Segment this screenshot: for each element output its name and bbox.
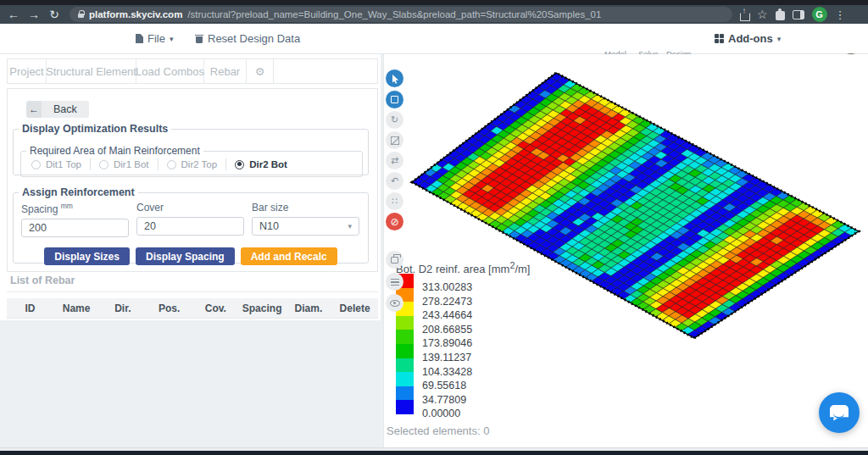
screen: ← → ↻ platform.skyciv.com/structural?pre… [0, 0, 868, 455]
tab-project[interactable]: Project [8, 59, 47, 83]
grid-points-tool-button[interactable]: ∷ [386, 192, 403, 210]
optimization-legend: Display Optimization Results [19, 123, 171, 135]
panel-tab-bar: Project Structural Element Load Combos R… [7, 58, 378, 84]
legend-value: 243.44664 [422, 309, 472, 321]
url-bar[interactable]: platform.skyciv.com/structural?preload_n… [70, 7, 732, 22]
file-menu[interactable]: File ▾ [136, 32, 173, 45]
legend-value: 69.55618 [422, 380, 466, 391]
assign-legend: Assign Reinforcement [19, 186, 138, 198]
tab-load-combos[interactable]: Load Combos [136, 59, 204, 83]
cover-label: Cover [136, 202, 244, 214]
list-of-rebar-title: List of Rebar [10, 275, 75, 286]
swap-tool-button[interactable]: ⇄ [386, 152, 403, 169]
browser-back-icon[interactable]: ← [3, 8, 24, 20]
radio-dir2-bot[interactable]: Dir2 Bot [235, 159, 287, 169]
bar-size-label: Bar size [252, 202, 359, 214]
side-panel-icon[interactable] [793, 10, 804, 19]
col-diam: Diam. [286, 302, 332, 314]
radio-icon [235, 160, 244, 169]
undo-icon: ↶ [391, 175, 398, 186]
divider [225, 158, 226, 170]
window-bottom-edge [0, 451, 868, 455]
legend-value: 34.77809 [422, 394, 466, 406]
browser-forward-icon[interactable]: → [24, 8, 44, 20]
assign-reinforcement-group: Assign Reinforcement Spacing mm Cover Ba… [13, 186, 369, 264]
col-cov: Cov. [192, 302, 239, 314]
share-icon[interactable]: ↑ [739, 9, 749, 20]
rotate-icon: ↻ [391, 114, 398, 125]
col-delete: Delete [331, 302, 378, 314]
spacing-input[interactable] [21, 219, 129, 237]
legend-value: 173.89046 [422, 337, 472, 349]
reset-label: Reset Design Data [208, 32, 300, 45]
display-spacing-button[interactable]: Display Spacing [136, 247, 235, 265]
section-cut-icon [391, 136, 399, 145]
legend-title: Bot. D2 reinf. area [mm2/m] [396, 260, 530, 275]
col-id: ID [7, 302, 53, 314]
list-icon [391, 279, 399, 286]
radio-icon [31, 160, 41, 169]
visibility-button[interactable] [386, 294, 403, 312]
swap-arrows-icon: ⇄ [391, 155, 398, 166]
radio-dit1-top[interactable]: Dit1 Top [31, 159, 81, 169]
legend-list-button[interactable] [386, 273, 403, 291]
addons-menu[interactable]: Add-ons ▾ [715, 32, 781, 45]
col-spacing: Spacing [239, 302, 286, 314]
selected-elements-status: Selected elements: 0 [387, 424, 489, 437]
extensions-icon[interactable] [776, 11, 785, 20]
divider [90, 158, 91, 170]
chat-bubble-button[interactable] [819, 392, 860, 433]
cover-input[interactable] [136, 217, 244, 236]
legend-value: 0.00000 [422, 408, 460, 419]
col-pos: Pos. [146, 302, 192, 314]
rotate-tool-button[interactable]: ↻ [386, 111, 403, 129]
back-button[interactable]: ← Back [26, 101, 89, 118]
required-area-group: Required Area of Main Reinforcement Dit1… [20, 145, 363, 177]
bookmark-star-icon[interactable]: ☆ [757, 8, 768, 20]
cursor-icon [391, 74, 399, 84]
clear-results-button[interactable]: ⊘ [386, 213, 403, 230]
url-host: platform.skyciv.com [89, 9, 182, 19]
lock-icon [78, 14, 84, 18]
display-sizes-button[interactable]: Display Sizes [44, 247, 130, 265]
section-cut-tool-button[interactable] [386, 131, 403, 149]
pointer-tool-button[interactable] [386, 69, 403, 87]
legend-value: 139.11237 [422, 352, 471, 363]
divider [158, 158, 159, 170]
rebar-table-header: ID Name Dir. Pos. Cov. Spacing Diam. Del… [7, 298, 378, 319]
tab-structural-element[interactable]: Structural Element [47, 59, 136, 83]
eye-icon [390, 300, 400, 307]
browser-reload-icon[interactable]: ↻ [44, 8, 64, 20]
chevron-down-icon: ▾ [777, 35, 782, 43]
radio-dir2-top[interactable]: Dir2 Top [167, 159, 218, 169]
box-select-tool-button[interactable] [386, 91, 403, 108]
browser-profile-avatar[interactable]: G [812, 7, 827, 22]
addons-grid-icon [715, 34, 724, 43]
grid-dots-icon: ∷ [392, 196, 398, 207]
url-path: /structural?preload_name=Building_One_Wa… [187, 9, 601, 19]
legend-value: 104.33428 [422, 366, 472, 378]
legend-value: 278.22473 [422, 296, 472, 308]
model-viewport[interactable]: ↻ ⇄ ↶ ∷ ⊘ Bot. D2 reinf. area [mm2/m] 31… [383, 54, 868, 447]
tab-rebar[interactable]: Rebar [204, 59, 247, 83]
addons-label: Add-ons [728, 32, 773, 45]
app-header: File ▾ Reset Design Data Model Solve Des… [0, 24, 868, 54]
file-label: File [147, 32, 165, 45]
back-arrow-icon: ← [26, 101, 42, 118]
browser-toolbar: ← → ↻ platform.skyciv.com/structural?pre… [0, 5, 868, 24]
no-entry-icon: ⊘ [390, 216, 398, 228]
browser-menu-icon[interactable]: ⋮ [835, 9, 846, 20]
tab-settings-gear-icon[interactable]: ⚙ [247, 59, 274, 83]
divider [7, 291, 378, 292]
box-select-icon [391, 96, 398, 103]
back-label: Back [42, 101, 89, 118]
chevron-down-icon: ▾ [170, 35, 174, 43]
legend-value: 313.00283 [422, 281, 472, 293]
bar-size-select[interactable]: N10 ▾ [252, 217, 359, 236]
reset-design-data-button[interactable]: Reset Design Data [195, 32, 300, 45]
undo-tool-button[interactable]: ↶ [386, 172, 403, 190]
export-view-button[interactable] [386, 251, 403, 269]
legend-value: 208.66855 [422, 324, 472, 336]
add-and-recalc-button[interactable]: Add and Recalc [241, 247, 337, 265]
radio-dir1-bot[interactable]: Dir1 Bot [99, 159, 149, 169]
